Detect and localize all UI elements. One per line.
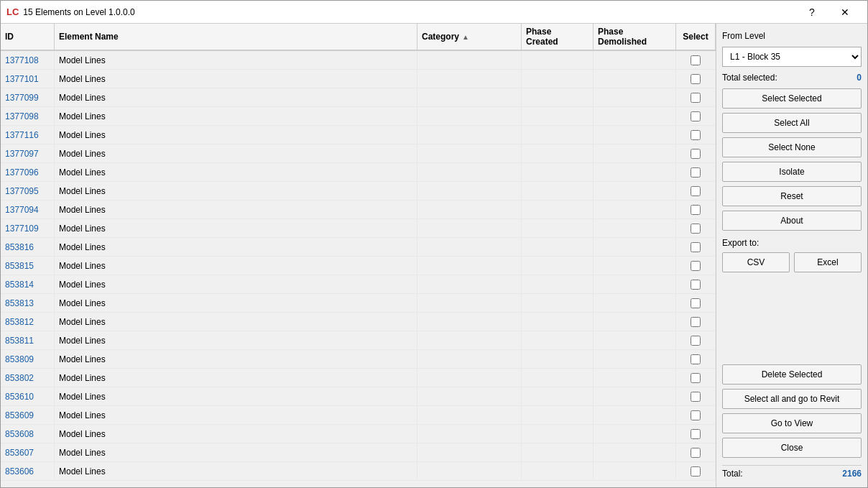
cell-name: Model Lines — [55, 350, 417, 368]
cell-select[interactable] — [676, 462, 716, 480]
cell-phase-created — [522, 238, 594, 256]
delete-selected-button[interactable]: Delete Selected — [722, 364, 862, 385]
row-checkbox[interactable] — [691, 429, 701, 439]
excel-button[interactable]: Excel — [794, 252, 862, 272]
cell-category — [417, 462, 522, 480]
go-to-view-button[interactable]: Go to View — [722, 413, 862, 433]
total-selected-label: Total selected: — [722, 73, 777, 83]
row-checkbox[interactable] — [691, 336, 701, 346]
cell-select[interactable] — [676, 51, 716, 69]
select-all-button[interactable]: Select All — [722, 113, 862, 133]
cell-select[interactable] — [676, 387, 716, 405]
total-label: Total: — [722, 469, 743, 479]
table-row: 853607 Model Lines — [1, 443, 716, 462]
cell-phase-created — [522, 331, 594, 349]
cell-select[interactable] — [676, 425, 716, 443]
cell-select[interactable] — [676, 107, 716, 125]
about-button[interactable]: About — [722, 211, 862, 231]
total-row: Total: 2166 — [722, 465, 862, 479]
cell-category — [417, 126, 522, 144]
export-row: CSV Excel — [722, 252, 862, 272]
cell-select[interactable] — [676, 350, 716, 368]
select-all-revit-button[interactable]: Select all and go to Revit — [722, 389, 862, 409]
cell-name: Model Lines — [55, 51, 417, 69]
close-button[interactable]: Close — [722, 438, 862, 458]
cell-select[interactable] — [676, 201, 716, 218]
total-selected-value: 0 — [857, 73, 862, 83]
cell-select[interactable] — [676, 331, 716, 349]
cell-select[interactable] — [676, 275, 716, 293]
isolate-button[interactable]: Isolate — [722, 162, 862, 182]
table-row: 853814 Model Lines — [1, 275, 716, 294]
cell-select[interactable] — [676, 294, 716, 312]
row-checkbox[interactable] — [691, 261, 701, 271]
close-window-button[interactable]: ✕ — [828, 1, 862, 24]
select-selected-button[interactable]: Select Selected — [722, 88, 862, 109]
cell-select[interactable] — [676, 443, 716, 461]
cell-select[interactable] — [676, 406, 716, 424]
row-checkbox[interactable] — [691, 149, 701, 159]
row-checkbox[interactable] — [691, 224, 701, 234]
row-checkbox[interactable] — [691, 242, 701, 252]
cell-category — [417, 275, 522, 293]
cell-phase-created — [522, 425, 594, 443]
cell-select[interactable] — [676, 126, 716, 144]
row-checkbox[interactable] — [691, 448, 701, 458]
help-button[interactable]: ? — [795, 1, 828, 24]
row-checkbox[interactable] — [691, 186, 701, 196]
cell-phase-demolished — [594, 238, 676, 256]
cell-id: 853610 — [1, 387, 55, 405]
cell-select[interactable] — [676, 313, 716, 331]
cell-category — [417, 425, 522, 443]
column-header-category[interactable]: Category ▲ — [417, 24, 522, 50]
cell-select[interactable] — [676, 219, 716, 237]
row-checkbox[interactable] — [691, 130, 701, 140]
row-checkbox[interactable] — [691, 280, 701, 290]
cell-phase-created — [522, 369, 594, 387]
cell-id: 1377098 — [1, 107, 55, 125]
row-checkbox[interactable] — [691, 55, 701, 65]
cell-phase-created — [522, 313, 594, 331]
cell-category — [417, 369, 522, 387]
select-none-button[interactable]: Select None — [722, 137, 862, 157]
cell-phase-demolished — [594, 51, 676, 69]
cell-id: 853816 — [1, 238, 55, 256]
cell-select[interactable] — [676, 163, 716, 181]
row-checkbox[interactable] — [691, 373, 701, 383]
row-checkbox[interactable] — [691, 392, 701, 402]
cell-phase-created — [522, 88, 594, 106]
cell-select[interactable] — [676, 257, 716, 275]
row-checkbox[interactable] — [691, 205, 701, 215]
cell-phase-demolished — [594, 294, 676, 312]
row-checkbox[interactable] — [691, 354, 701, 364]
cell-select[interactable] — [676, 88, 716, 106]
cell-select[interactable] — [676, 182, 716, 200]
row-checkbox[interactable] — [691, 111, 701, 121]
cell-phase-created — [522, 387, 594, 405]
cell-select[interactable] — [676, 238, 716, 256]
column-header-id: ID — [1, 24, 55, 50]
cell-select[interactable] — [676, 369, 716, 387]
row-checkbox[interactable] — [691, 466, 701, 477]
from-level-dropdown[interactable]: L1 - Block 35 — [722, 47, 862, 67]
cell-name: Model Lines — [55, 88, 417, 106]
cell-id: 1377094 — [1, 201, 55, 218]
row-checkbox[interactable] — [691, 298, 701, 308]
row-checkbox[interactable] — [691, 167, 701, 178]
cell-select[interactable] — [676, 144, 716, 162]
csv-button[interactable]: CSV — [722, 252, 790, 272]
reset-button[interactable]: Reset — [722, 186, 862, 206]
from-level-dropdown-wrapper[interactable]: L1 - Block 35 — [722, 47, 862, 67]
row-checkbox[interactable] — [691, 317, 701, 327]
table-row: 853606 Model Lines — [1, 462, 716, 481]
cell-select[interactable] — [676, 70, 716, 88]
row-checkbox[interactable] — [691, 74, 701, 84]
row-checkbox[interactable] — [691, 410, 701, 420]
cell-phase-created — [522, 294, 594, 312]
cell-id: 853811 — [1, 331, 55, 349]
row-checkbox[interactable] — [691, 93, 701, 103]
cell-phase-demolished — [594, 88, 676, 106]
cell-phase-created — [522, 219, 594, 237]
table-header: ID Element Name Category ▲ PhaseCreated … — [1, 24, 716, 51]
cell-id: 853809 — [1, 350, 55, 368]
